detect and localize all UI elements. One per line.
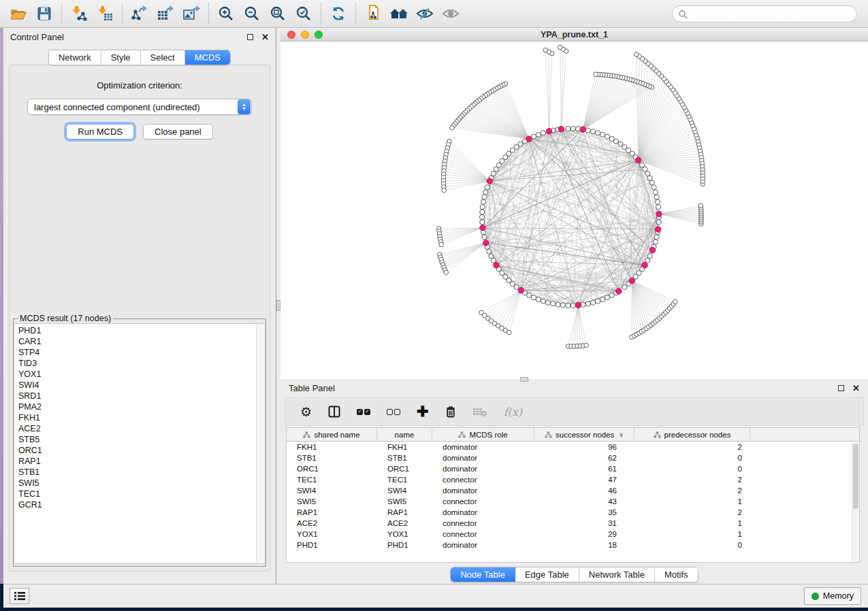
network-node[interactable] [566, 126, 570, 131]
refresh-layout-button[interactable] [325, 2, 351, 25]
close-window-icon[interactable] [287, 31, 295, 39]
cell-predecessor-nodes[interactable]: 1 [634, 496, 750, 507]
network-node[interactable] [536, 132, 541, 137]
cell-MCDS-role[interactable]: connector [432, 518, 534, 529]
network-node[interactable] [590, 129, 595, 134]
cell-MCDS-role[interactable]: dominator [432, 463, 534, 474]
zoom-out-button[interactable] [239, 2, 265, 25]
clone-network-button[interactable] [360, 2, 386, 25]
cell-MCDS-role[interactable]: dominator [432, 485, 534, 496]
cell-successor-nodes[interactable]: 96 [534, 442, 634, 452]
network-leaf-node[interactable] [507, 330, 512, 335]
network-node[interactable] [653, 240, 658, 244]
network-node[interactable] [654, 235, 659, 240]
column-header-MCDS-role[interactable]: MCDS role [432, 428, 534, 441]
zoom-fit-button[interactable] [265, 2, 291, 25]
network-node[interactable] [545, 300, 550, 305]
mcds-result-item[interactable]: TID3 [14, 358, 256, 369]
mcds-result-item[interactable]: YOX1 [14, 369, 256, 380]
mcds-result-item[interactable]: STB5 [14, 434, 256, 445]
close-table-panel-icon[interactable]: ✕ [852, 385, 860, 391]
cell-name[interactable]: YOX1 [377, 529, 432, 540]
mcds-network-node[interactable] [629, 278, 634, 283]
network-node[interactable] [489, 254, 494, 259]
network-node[interactable] [483, 190, 488, 195]
network-leaf-node[interactable] [439, 242, 444, 247]
cell-shared-name[interactable]: PHD1 [287, 540, 377, 550]
cell-shared-name[interactable]: RAP1 [287, 507, 377, 518]
cell-predecessor-nodes[interactable]: 1 [634, 529, 750, 540]
network-graph[interactable] [280, 42, 868, 379]
network-node[interactable] [541, 131, 545, 135]
network-node[interactable] [654, 195, 659, 199]
cell-shared-name[interactable]: STB1 [287, 452, 377, 463]
table-row[interactable]: RAP1RAP1dominator352 [287, 507, 859, 518]
cell-predecessor-nodes[interactable]: 1 [634, 518, 750, 529]
search-box[interactable] [672, 5, 857, 22]
hide-selected-button[interactable] [412, 2, 438, 25]
table-row[interactable]: FKH1FKH1dominator962 [287, 442, 859, 452]
delete-column-button[interactable] [445, 406, 456, 418]
cell-name[interactable]: TEC1 [377, 474, 432, 485]
cell-shared-name[interactable]: SWI4 [287, 485, 377, 496]
cell-predecessor-nodes[interactable]: 2 [634, 485, 750, 496]
network-node[interactable] [656, 205, 661, 210]
cell-predecessor-nodes[interactable]: 2 [634, 474, 750, 485]
network-node[interactable] [481, 199, 485, 204]
cell-successor-nodes[interactable]: 62 [534, 452, 634, 463]
network-node[interactable] [491, 171, 496, 176]
network-leaf-node[interactable] [543, 48, 548, 52]
network-node[interactable] [609, 293, 614, 297]
export-image-button[interactable] [178, 2, 204, 25]
network-node[interactable] [581, 302, 585, 307]
mcds-network-node[interactable] [656, 211, 662, 216]
mcds-result-item[interactable]: TEC1 [14, 489, 256, 499]
network-node[interactable] [614, 139, 619, 144]
network-node[interactable] [527, 293, 532, 297]
mcds-result-item[interactable]: ACE2 [14, 423, 256, 434]
cell-successor-nodes[interactable]: 43 [534, 496, 634, 507]
network-leaf-node[interactable] [673, 299, 678, 304]
mcds-result-item[interactable]: SWI4 [14, 380, 256, 391]
network-node[interactable] [485, 185, 489, 190]
horizontal-splitter-grip[interactable] [520, 377, 528, 382]
mcds-network-node[interactable] [580, 127, 585, 132]
mcds-network-node[interactable] [642, 263, 647, 268]
table-tab-edge-table[interactable]: Edge Table [515, 567, 579, 582]
table-row[interactable]: STB1STB1dominator620 [287, 452, 859, 463]
maximize-window-icon[interactable] [315, 31, 323, 39]
network-node[interactable] [596, 299, 600, 303]
network-node[interactable] [479, 214, 484, 219]
column-header-predecessor-nodes[interactable]: predecessor nodes [634, 428, 750, 441]
mcds-result-item[interactable]: ORC1 [14, 445, 256, 456]
cell-predecessor-nodes[interactable]: 2 [634, 442, 750, 452]
show-columns-button[interactable] [328, 406, 340, 418]
criterion-select[interactable]: largest connected component (undirected)… [27, 99, 252, 115]
float-table-panel-icon[interactable] [838, 385, 844, 391]
mcds-network-node[interactable] [575, 302, 581, 308]
first-neighbors-button[interactable] [386, 2, 412, 25]
table-row[interactable]: YOX1YOX1connector291 [287, 529, 859, 540]
network-node[interactable] [590, 300, 595, 305]
network-node[interactable] [541, 299, 545, 303]
cell-name[interactable]: STB1 [377, 452, 432, 463]
network-node[interactable] [494, 167, 498, 171]
network-node[interactable] [514, 284, 519, 289]
memory-button[interactable]: Memory [804, 587, 861, 605]
save-session-button[interactable] [31, 2, 57, 25]
table-row[interactable]: ACE2ACE2connector311 [287, 518, 859, 529]
cell-successor-nodes[interactable]: 47 [534, 474, 634, 485]
show-all-button[interactable] [438, 2, 464, 25]
mcds-list-scrollbar[interactable] [256, 324, 265, 563]
cell-MCDS-role[interactable]: connector [432, 474, 534, 485]
table-scrollbar-thumb[interactable] [853, 444, 858, 509]
cell-shared-name[interactable]: ACE2 [287, 518, 377, 529]
cell-MCDS-role[interactable]: dominator [432, 442, 534, 452]
mcds-network-node[interactable] [526, 136, 532, 142]
network-node[interactable] [596, 131, 600, 135]
cell-shared-name[interactable]: ORC1 [287, 463, 377, 474]
network-node[interactable] [656, 220, 661, 225]
cell-successor-nodes[interactable]: 18 [534, 540, 634, 550]
mcds-result-item[interactable]: SRD1 [14, 391, 256, 401]
network-node[interactable] [480, 210, 485, 214]
